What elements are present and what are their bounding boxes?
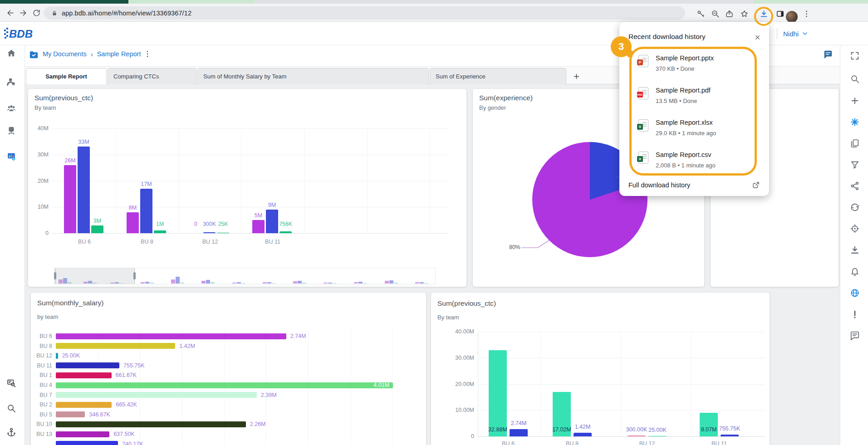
bar[interactable] bbox=[154, 230, 166, 233]
bar[interactable] bbox=[203, 232, 216, 233]
y-axis-tick: 30.00M bbox=[445, 355, 474, 361]
users-icon[interactable] bbox=[6, 103, 17, 113]
tab-comparing-ctcs[interactable]: Comparing CTCs bbox=[108, 68, 196, 84]
navigator-handle-left[interactable] bbox=[54, 272, 56, 279]
bar[interactable] bbox=[574, 433, 592, 436]
chart-panel-previous-ctc-2: Sum(previous_ctc) By team 40.00M30.00M20… bbox=[431, 293, 770, 445]
bar[interactable] bbox=[648, 436, 667, 437]
comment-icon[interactable] bbox=[849, 330, 860, 341]
home-icon[interactable] bbox=[6, 48, 17, 59]
zoom-out-icon[interactable] bbox=[710, 8, 721, 19]
side-panel-icon[interactable] bbox=[775, 8, 785, 19]
tab-sum-of-monthly-salary-by-team[interactable]: Sum of Monthly Salary by Team bbox=[197, 68, 429, 84]
y-axis-tick: 40.00M bbox=[445, 328, 474, 335]
bar[interactable] bbox=[56, 333, 286, 339]
bar[interactable] bbox=[64, 165, 76, 233]
breadcrumb-current[interactable]: Sample Report bbox=[97, 50, 141, 58]
download-list-item[interactable]: PSample Report.pptx370 KB • Done bbox=[619, 52, 769, 80]
user-menu[interactable]: Nidhi bbox=[777, 27, 808, 40]
bar[interactable] bbox=[700, 413, 718, 436]
search-icon[interactable] bbox=[849, 73, 860, 84]
row-label: BU 13 bbox=[31, 431, 52, 437]
bar[interactable] bbox=[510, 429, 528, 436]
filter-icon[interactable] bbox=[849, 159, 860, 170]
kebab-menu-icon[interactable] bbox=[143, 50, 152, 58]
user-settings-icon[interactable] bbox=[6, 76, 17, 87]
bar[interactable] bbox=[280, 231, 292, 233]
gridline bbox=[691, 332, 691, 436]
bar[interactable] bbox=[56, 421, 246, 427]
gridline bbox=[179, 128, 179, 233]
share-icon[interactable] bbox=[724, 8, 735, 19]
bar[interactable] bbox=[56, 353, 58, 359]
bar[interactable] bbox=[127, 212, 139, 233]
reload-icon[interactable] bbox=[30, 7, 42, 19]
breadcrumb-root[interactable]: My Documents bbox=[43, 50, 87, 58]
bar[interactable] bbox=[91, 225, 103, 233]
database-icon[interactable] bbox=[6, 125, 17, 136]
gridline bbox=[430, 128, 430, 233]
bar[interactable] bbox=[56, 431, 109, 437]
chart-title: Sum(monthly_salary) bbox=[37, 299, 103, 307]
x-axis-label: BU 6 bbox=[495, 440, 522, 445]
left-sidebar bbox=[0, 45, 25, 445]
browser-menu-icon[interactable] bbox=[801, 8, 812, 19]
bar[interactable] bbox=[56, 362, 119, 368]
bar[interactable] bbox=[56, 372, 112, 378]
bell-icon[interactable] bbox=[849, 266, 860, 277]
bar[interactable] bbox=[217, 233, 229, 234]
bar[interactable] bbox=[489, 350, 507, 436]
bar[interactable] bbox=[56, 392, 257, 398]
download-icon[interactable] bbox=[849, 245, 860, 255]
fullscreen-icon[interactable] bbox=[849, 50, 860, 61]
x-axis-label: BU 11 bbox=[259, 239, 286, 245]
bar[interactable] bbox=[56, 411, 85, 417]
sync-icon[interactable] bbox=[849, 202, 860, 213]
web-icon[interactable] bbox=[849, 288, 860, 298]
bar[interactable] bbox=[56, 402, 112, 408]
external-link-icon[interactable] bbox=[752, 181, 760, 189]
y-axis-tick: 30M bbox=[28, 152, 49, 158]
burst-icon[interactable] bbox=[849, 117, 860, 127]
download-list-item[interactable]: PDFSample Report.pdf13.5 MB • Done bbox=[619, 84, 769, 112]
share-nodes-icon[interactable] bbox=[849, 181, 860, 191]
bar[interactable] bbox=[56, 382, 393, 388]
forward-icon[interactable] bbox=[17, 7, 29, 19]
bar[interactable] bbox=[628, 435, 646, 436]
download-list-item[interactable]: XSample Report.xlsx29.0 KB • 1 minute ag… bbox=[619, 117, 769, 145]
bar[interactable] bbox=[721, 435, 739, 436]
row-label: BU 12 bbox=[31, 352, 52, 359]
bookmark-star-icon[interactable] bbox=[739, 8, 750, 19]
lock-icon bbox=[51, 10, 58, 16]
back-icon[interactable] bbox=[5, 7, 16, 19]
add-tab-button[interactable] bbox=[570, 70, 583, 82]
 bbox=[642, 90, 647, 91]
bar[interactable] bbox=[252, 220, 265, 233]
add-icon[interactable] bbox=[849, 95, 860, 106]
divider bbox=[777, 28, 777, 39]
tab-sum-of-experience[interactable]: Sum of Experience bbox=[430, 68, 566, 84]
row-label: BU 2 bbox=[31, 401, 52, 408]
bar[interactable] bbox=[56, 441, 118, 445]
row-label: BU 1 bbox=[31, 372, 52, 378]
zoom-navigator[interactable] bbox=[54, 268, 436, 284]
data-search-icon[interactable] bbox=[6, 378, 17, 389]
key-icon[interactable] bbox=[695, 8, 706, 19]
avatar[interactable] bbox=[786, 11, 798, 23]
tab-sample-report[interactable]: Sample Report bbox=[26, 68, 107, 84]
pages-icon[interactable] bbox=[849, 138, 860, 149]
location-icon[interactable] bbox=[849, 223, 860, 234]
address-bar[interactable]: app.bdb.ai/home/#/home/view/13369367/12 bbox=[44, 6, 685, 20]
anchor-icon[interactable] bbox=[6, 427, 17, 438]
close-icon[interactable] bbox=[752, 32, 763, 43]
comment-icon[interactable] bbox=[823, 49, 833, 59]
bar-value-label: 2.74M bbox=[290, 333, 306, 339]
bar[interactable] bbox=[56, 343, 175, 349]
reports-icon[interactable] bbox=[6, 151, 17, 162]
navigator-handle-right[interactable] bbox=[133, 272, 136, 279]
navigator-window[interactable] bbox=[55, 268, 135, 284]
download-list-item[interactable]: XSample Report.csv2,008 B • 1 minute ago bbox=[619, 149, 769, 177]
alert-icon[interactable] bbox=[849, 309, 860, 320]
search-icon[interactable] bbox=[6, 403, 17, 414]
full-download-history-link[interactable]: Full download history bbox=[628, 181, 690, 189]
